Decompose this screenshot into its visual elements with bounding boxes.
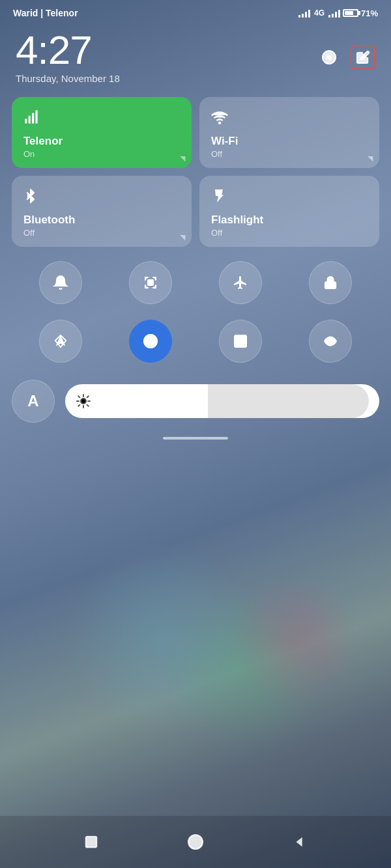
home-indicator (0, 429, 391, 445)
home-bar (163, 437, 228, 440)
svg-rect-13 (237, 338, 244, 344)
tile-flashlight[interactable]: Flashlight Off (199, 176, 379, 247)
bar1 (298, 15, 300, 18)
screenshot-btn[interactable] (129, 261, 172, 304)
svg-rect-4 (35, 110, 37, 124)
tiles-grid: Telenor On ◥ Wi-Fi Off ◥ (0, 97, 391, 247)
bar2 (332, 14, 334, 18)
signal-bars-2 (328, 8, 340, 18)
bluetooth-icon (23, 188, 180, 208)
svg-line-23 (87, 396, 89, 397)
svg-rect-6 (148, 280, 153, 285)
bluetooth-label: Bluetooth (23, 214, 180, 227)
flashlight-icon (211, 188, 368, 208)
round-buttons-row-2 (0, 315, 391, 368)
nav-home-btn[interactable] (184, 830, 207, 854)
wifi-arrow: ◥ (368, 154, 373, 163)
bar1 (328, 15, 330, 18)
battery-fill (345, 11, 353, 15)
svg-line-22 (78, 405, 80, 406)
airplane-btn[interactable] (219, 261, 262, 304)
settings-icon-btn[interactable] (317, 45, 341, 70)
brightness-unfilled (208, 384, 369, 418)
tile-telenor[interactable]: Telenor On ◥ (12, 97, 192, 168)
bar2 (302, 14, 304, 18)
privacy-btn[interactable] (309, 320, 352, 363)
scan-btn[interactable] (219, 320, 262, 363)
svg-rect-24 (86, 837, 97, 848)
status-right: 4G 71% (298, 8, 378, 18)
battery-icon (343, 9, 358, 17)
nav-bar (0, 816, 391, 868)
bar4 (308, 10, 310, 18)
tile-wifi[interactable]: Wi-Fi Off ◥ (199, 97, 379, 168)
font-label: A (27, 392, 38, 410)
battery-percent: 71% (361, 8, 378, 18)
location-btn[interactable] (39, 320, 82, 363)
status-bar: Warid | Telenor 4G (0, 0, 391, 23)
svg-rect-1 (25, 119, 27, 124)
round-buttons-row-1 (0, 256, 391, 309)
nav-recent-btn[interactable] (80, 830, 103, 854)
svg-point-25 (188, 835, 203, 849)
battery-body (343, 9, 358, 17)
bar3 (335, 12, 337, 18)
svg-point-5 (219, 122, 220, 124)
time-date: 4:27 Thursday, November 18 (16, 30, 120, 84)
svg-marker-26 (297, 837, 302, 847)
font-btn[interactable]: A (12, 380, 55, 423)
wifi-sublabel: Off (211, 149, 368, 159)
flashlight-sublabel: Off (211, 228, 368, 238)
autorotate-btn[interactable] (129, 320, 172, 363)
telenor-arrow: ◥ (180, 154, 185, 163)
sound-btn[interactable] (39, 261, 82, 304)
time-section: 4:27 Thursday, November 18 (0, 23, 391, 97)
bluetooth-arrow: ◥ (180, 233, 185, 242)
svg-line-18 (78, 396, 80, 397)
telenor-label: Telenor (23, 135, 180, 148)
tile-bluetooth[interactable]: Bluetooth Off ◥ (12, 176, 192, 247)
bar4 (338, 10, 340, 18)
brightness-icon (76, 393, 91, 409)
svg-rect-2 (29, 116, 31, 124)
svg-line-19 (87, 405, 89, 406)
brightness-slider[interactable] (65, 384, 379, 418)
brightness-track (76, 384, 369, 418)
time-icons (317, 45, 375, 70)
signal-bars-1 (298, 8, 310, 18)
wifi-label: Wi-Fi (211, 135, 368, 148)
svg-point-15 (81, 399, 86, 404)
bluetooth-sublabel: Off (23, 228, 180, 238)
edit-icon-btn[interactable] (351, 45, 375, 70)
svg-point-14 (329, 340, 332, 343)
flashlight-label: Flashlight (211, 214, 368, 227)
bar3 (305, 12, 307, 18)
network-badge: 4G (314, 8, 325, 18)
date-display: Thursday, November 18 (16, 73, 120, 84)
lock-btn[interactable] (309, 261, 352, 304)
carrier-label: Warid | Telenor (13, 8, 78, 18)
bottom-row: A (0, 373, 391, 429)
svg-rect-3 (32, 113, 34, 124)
nav-back-btn[interactable] (288, 830, 311, 854)
telenor-sublabel: On (23, 149, 180, 159)
wifi-icon (211, 109, 368, 130)
telenor-icon (23, 109, 180, 130)
svg-rect-7 (325, 282, 336, 288)
svg-point-0 (327, 55, 331, 59)
time-display: 4:27 (16, 30, 120, 70)
